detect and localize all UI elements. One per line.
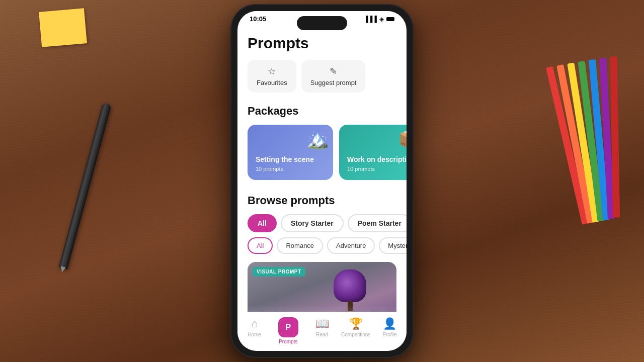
packages-scroll[interactable]: 🏔️ Setting the scene 10 prompts 📦 Work o…: [237, 125, 407, 182]
packages-title: Packages: [248, 105, 396, 118]
scene-illustration: 🏔️: [306, 129, 329, 150]
quick-actions-row: ☆ Favourites ✎ Suggest prompt: [248, 60, 396, 93]
phone-frame: 10:05 ▐▐▐ ◈ Prompts ☆ Favourites: [231, 5, 413, 357]
filter-story-starter-button[interactable]: Story Starter: [281, 214, 344, 232]
genre-filter-row: All Romance Adventure Mystery Hum...: [237, 237, 407, 262]
nav-profile-label: Profile: [382, 332, 396, 337]
nav-item-read[interactable]: 📖 Read: [305, 316, 339, 337]
status-time: 10:05: [250, 15, 266, 23]
prompts-active-bg: P: [278, 317, 298, 337]
nav-read-label: Read: [316, 332, 328, 337]
phone-screen: 10:05 ▐▐▐ ◈ Prompts ☆ Favourites: [237, 11, 407, 351]
package-desc-title: Work on description: [347, 155, 407, 164]
nav-item-profile[interactable]: 👤 Profile: [373, 316, 407, 337]
wifi-icon: ◈: [379, 16, 384, 23]
sticky-note: [39, 8, 87, 47]
favourites-button[interactable]: ☆ Favourites: [248, 60, 296, 93]
profile-icon: 👤: [383, 317, 396, 330]
star-icon: ☆: [268, 66, 276, 77]
packages-section: Packages 🏔️ Setting the scene 10 prompts…: [248, 105, 396, 182]
home-icon: ⌂: [251, 317, 258, 330]
dynamic-island: [297, 16, 347, 30]
description-illustration: 📦: [398, 129, 407, 150]
nav-prompts-label: Prompts: [279, 339, 297, 344]
bottom-nav: ⌂ Home P Prompts 📖 Read 🏆 Competitions 👤…: [237, 312, 407, 351]
browse-title: Browse prompts: [248, 194, 396, 207]
browse-section: Browse prompts All Story Starter Poem St…: [248, 194, 396, 322]
genre-all-button[interactable]: All: [248, 237, 273, 254]
visual-prompt-badge: VISUAL PROMPT: [253, 267, 305, 277]
filter-poem-starter-button[interactable]: Poem Starter: [348, 214, 407, 232]
genre-adventure-button[interactable]: Adventure: [327, 237, 375, 254]
package-desc-subtitle: 10 prompts: [347, 166, 407, 172]
page-title: Prompts: [248, 35, 396, 52]
tree-crown: [334, 269, 366, 302]
package-card-scene[interactable]: 🏔️ Setting the scene 10 prompts: [248, 125, 333, 180]
edit-icon: ✎: [330, 66, 337, 77]
screen-content[interactable]: Prompts ☆ Favourites ✎ Suggest prompt Pa…: [237, 25, 407, 351]
nav-item-home[interactable]: ⌂ Home: [237, 316, 271, 337]
genre-romance-button[interactable]: Romance: [277, 237, 323, 254]
nav-item-competitions[interactable]: 🏆 Competitions: [339, 316, 373, 337]
battery-icon: [386, 17, 394, 21]
suggest-prompt-button[interactable]: ✎ Suggest prompt: [301, 60, 366, 93]
read-icon: 📖: [315, 317, 329, 330]
package-scene-title: Setting the scene: [256, 155, 325, 164]
nav-home-label: Home: [248, 332, 261, 337]
prompts-icon: P: [285, 323, 291, 332]
package-scene-subtitle: 10 prompts: [256, 166, 325, 172]
nav-competitions-label: Competitions: [341, 332, 370, 337]
competitions-icon: 🏆: [349, 317, 363, 330]
type-filter-row: All Story Starter Poem Starter: [237, 214, 407, 237]
genre-mystery-button[interactable]: Mystery: [379, 237, 407, 254]
package-card-description[interactable]: 📦 Work on description 10 prompts: [339, 125, 407, 180]
filter-all-button[interactable]: All: [248, 214, 277, 232]
signal-icon: ▐▐▐: [364, 16, 377, 23]
nav-item-prompts[interactable]: P Prompts: [271, 316, 305, 344]
status-icons: ▐▐▐ ◈: [364, 16, 394, 23]
